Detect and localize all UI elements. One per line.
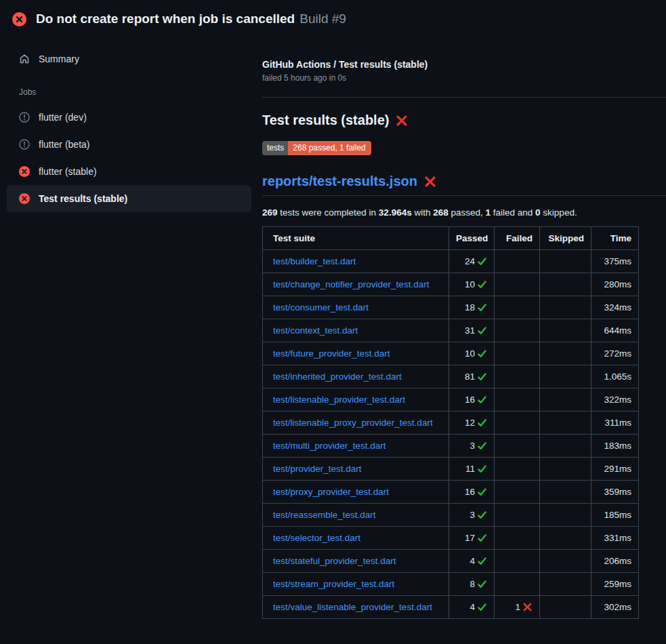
table-row: test/value_listenable_provider_test.dart… xyxy=(263,596,639,619)
test-suite-link[interactable]: test/future_provider_test.dart xyxy=(273,348,390,359)
check-mark-icon xyxy=(477,579,487,589)
main-content: GitHub Actions / Test results (stable) f… xyxy=(262,36,666,619)
sidebar-item-job-0[interactable]: flutter (dev) xyxy=(7,104,251,131)
check-mark-icon xyxy=(477,487,487,497)
job-label: Test results (stable) xyxy=(39,193,127,204)
test-suite-link[interactable]: test/multi_provider_test.dart xyxy=(273,441,386,451)
cross-mark-icon xyxy=(396,115,408,127)
time-cell: 206ms xyxy=(591,550,639,573)
test-results-table: Test suitePassedFailedSkippedTime test/b… xyxy=(262,226,639,619)
column-header-failed: Failed xyxy=(495,227,540,250)
test-suite-link[interactable]: test/consumer_test.dart xyxy=(273,302,369,313)
check-mark-icon xyxy=(477,256,487,266)
sidebar-item-job-1[interactable]: flutter (beta) xyxy=(7,131,251,158)
jobs-section-label: Jobs xyxy=(7,87,251,97)
check-mark-icon xyxy=(477,441,487,451)
check-mark-icon xyxy=(477,556,487,566)
time-cell: 644ms xyxy=(591,319,639,342)
job-list: flutter (dev)flutter (beta)flutter (stab… xyxy=(7,104,251,212)
test-suite-link[interactable]: test/inherited_provider_test.dart xyxy=(273,371,402,382)
time-cell: 322ms xyxy=(591,388,639,411)
table-row: test/consumer_test.dart18324ms xyxy=(263,296,639,319)
test-suite-link[interactable]: test/stateful_provider_test.dart xyxy=(273,556,396,566)
tests-summary-sentence: 269 tests were completed in 32.964s with… xyxy=(262,207,666,218)
home-icon xyxy=(19,54,30,64)
test-suite-link[interactable]: test/provider_test.dart xyxy=(273,464,362,474)
column-header-skipped: Skipped xyxy=(540,227,591,250)
time-cell: 272ms xyxy=(591,342,639,365)
table-row: test/context_test.dart31644ms xyxy=(263,319,639,342)
table-row: test/listenable_provider_test.dart16322m… xyxy=(263,388,639,411)
table-row: test/stateful_provider_test.dart4206ms xyxy=(263,550,639,573)
table-row: test/proxy_provider_test.dart16359ms xyxy=(263,481,639,504)
test-suite-link[interactable]: test/reassemble_test.dart xyxy=(273,510,376,520)
test-suite-link[interactable]: test/value_listenable_provider_test.dart xyxy=(273,602,432,612)
badge-value: 268 passed, 1 failed xyxy=(288,141,371,155)
test-suite-link[interactable]: test/listenable_proxy_provider_test.dart xyxy=(273,418,433,428)
time-cell: 324ms xyxy=(591,296,639,319)
test-suite-link[interactable]: test/stream_provider_test.dart xyxy=(273,579,394,589)
column-header-time: Time xyxy=(591,227,639,250)
build-number: Build #9 xyxy=(299,12,346,26)
test-suite-link[interactable]: test/context_test.dart xyxy=(273,325,358,336)
check-mark-icon xyxy=(477,325,487,336)
alert-circle-icon xyxy=(19,139,30,150)
time-cell: 291ms xyxy=(591,458,639,481)
time-cell: 359ms xyxy=(591,481,639,504)
time-cell: 1.065s xyxy=(591,365,639,388)
column-header-passed: Passed xyxy=(449,227,495,250)
table-row: test/multi_provider_test.dart3183ms xyxy=(263,435,639,458)
check-mark-icon xyxy=(477,302,487,313)
column-header-test-suite: Test suite xyxy=(263,227,449,250)
check-mark-icon xyxy=(477,279,487,289)
table-row: test/listenable_proxy_provider_test.dart… xyxy=(263,411,639,435)
job-label: flutter (beta) xyxy=(39,139,89,150)
breadcrumb: GitHub Actions / Test results (stable) xyxy=(262,59,666,70)
check-mark-icon xyxy=(477,371,487,382)
table-row: test/builder_test.dart24375ms xyxy=(263,250,639,273)
time-cell: 183ms xyxy=(591,435,639,458)
table-row: test/inherited_provider_test.dart811.065… xyxy=(263,365,639,388)
run-status-line: failed 5 hours ago in 0s xyxy=(262,73,666,83)
sidebar: Summary Jobs flutter (dev)flutter (beta)… xyxy=(0,36,258,212)
section-title: Test results (stable) xyxy=(262,113,666,128)
report-file-link[interactable]: reports/test-results.json xyxy=(262,174,417,189)
check-mark-icon xyxy=(477,533,487,543)
test-suite-link[interactable]: test/builder_test.dart xyxy=(273,256,356,266)
check-mark-icon xyxy=(477,348,487,359)
table-row: test/stream_provider_test.dart8259ms xyxy=(263,573,639,596)
sidebar-item-job-3[interactable]: Test results (stable) xyxy=(7,185,251,212)
x-circle-icon xyxy=(12,12,26,26)
check-mark-icon xyxy=(477,602,487,612)
test-suite-link[interactable]: test/selector_test.dart xyxy=(273,533,360,543)
alert-circle-icon xyxy=(19,112,30,123)
sidebar-item-summary[interactable]: Summary xyxy=(7,45,251,73)
x-circle-icon xyxy=(19,193,30,204)
table-row: test/provider_test.dart11291ms xyxy=(263,458,639,481)
time-cell: 259ms xyxy=(591,573,639,596)
sidebar-item-job-2[interactable]: flutter (stable) xyxy=(7,158,251,185)
time-cell: 185ms xyxy=(591,504,639,527)
section-title-text: Test results (stable) xyxy=(262,113,389,128)
time-cell: 302ms xyxy=(591,596,639,619)
time-cell: 280ms xyxy=(591,273,639,296)
time-cell: 311ms xyxy=(591,411,639,435)
divider xyxy=(262,97,666,98)
run-header: Do not create report when job is cancell… xyxy=(0,0,666,36)
test-suite-link[interactable]: test/proxy_provider_test.dart xyxy=(273,487,389,497)
table-row: test/change_notifier_provider_test.dart1… xyxy=(263,273,639,296)
tests-badge: tests 268 passed, 1 failed xyxy=(262,141,371,155)
table-row: test/reassemble_test.dart3185ms xyxy=(263,504,639,527)
job-label: flutter (dev) xyxy=(39,112,87,123)
table-row: test/selector_test.dart17331ms xyxy=(263,527,639,550)
check-mark-icon xyxy=(477,418,487,428)
check-mark-icon xyxy=(477,395,487,405)
cross-mark-icon xyxy=(522,602,533,612)
table-row: test/future_provider_test.dart10272ms xyxy=(263,342,639,365)
test-suite-link[interactable]: test/listenable_provider_test.dart xyxy=(273,395,405,405)
test-suite-link[interactable]: test/change_notifier_provider_test.dart xyxy=(273,279,429,289)
badge-label: tests xyxy=(262,141,288,155)
job-label: flutter (stable) xyxy=(39,166,97,177)
x-circle-icon xyxy=(19,166,30,177)
sidebar-summary-label: Summary xyxy=(39,54,79,64)
